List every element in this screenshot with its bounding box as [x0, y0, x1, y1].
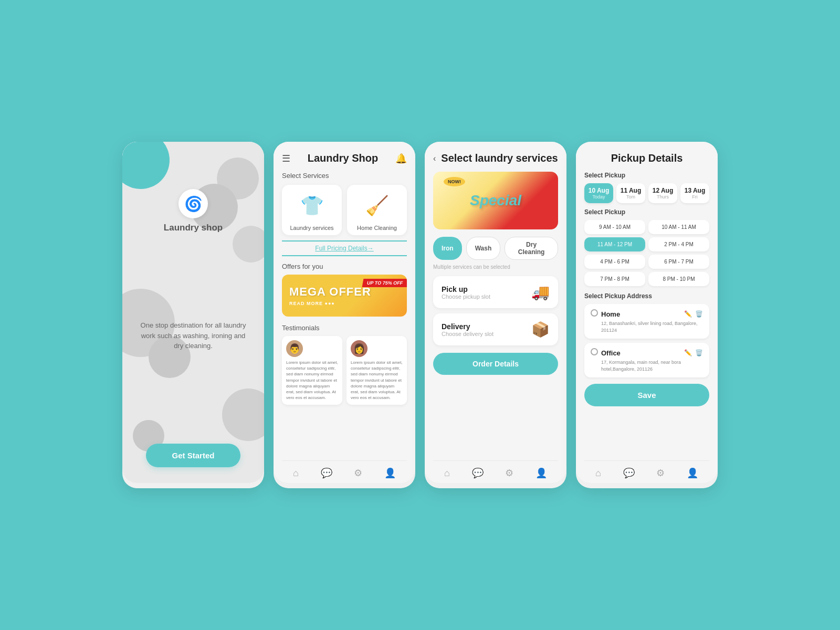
- full-pricing-link[interactable]: Full Pricing Details→: [282, 240, 407, 256]
- testimonial-text-1: Lorem ipsum dolor sit amet, consetetur s…: [286, 360, 338, 401]
- testimonial-card-1: 👨 Lorem ipsum dolor sit amet, consetetur…: [282, 336, 342, 405]
- back-button[interactable]: ‹: [433, 154, 436, 163]
- time-grid: 9 AM - 10 AM 10 AM - 11 AM 11 AM - 12 PM…: [584, 220, 709, 286]
- hamburger-icon[interactable]: ☰: [282, 153, 290, 164]
- settings-nav-icon-3[interactable]: ⚙: [505, 467, 513, 479]
- screen1-body: 🌀 Laundry shop One stop destination for …: [122, 142, 264, 483]
- home-nav-icon-3[interactable]: ⌂: [444, 468, 450, 479]
- pickup-truck-icon: 🚚: [531, 284, 550, 301]
- date-num-1: 10 Aug: [586, 187, 611, 194]
- home-address-option[interactable]: Home ✏️ 🗑️ 12, Banashankri, silver linin…: [584, 304, 709, 339]
- office-delete-icon[interactable]: 🗑️: [695, 349, 703, 356]
- home-address-detail: 12, Banashankri, silver lining road, Ban…: [591, 320, 703, 333]
- home-address-header: Home ✏️ 🗑️: [591, 309, 703, 319]
- screen4-title: Pickup Details: [584, 152, 709, 164]
- time-chip-2[interactable]: 10 AM - 11 AM: [648, 220, 709, 234]
- testimonial-text-2: Lorem ipsum dolor sit amet, consetetur s…: [351, 360, 403, 401]
- special-banner: NOW! Special: [433, 172, 558, 229]
- date-chip-2[interactable]: 11 Aug Tom: [616, 183, 645, 203]
- testimonial-avatar-1: 👨: [286, 340, 303, 357]
- circle-4: [233, 226, 264, 262]
- home-cleaning-icon: 🧹: [359, 190, 395, 222]
- office-radio[interactable]: Office: [591, 348, 621, 358]
- office-address-detail: 17, Kormangala, main road, near bora hot…: [591, 359, 703, 372]
- circle-1: [122, 142, 170, 189]
- laundry-services-card[interactable]: 👕 Laundry services: [282, 185, 342, 235]
- select-pickup-time-label: Select Pickup: [584, 208, 709, 216]
- screen-1-phone: 🌀 Laundry shop One stop destination for …: [122, 142, 264, 488]
- home-nav-icon[interactable]: ⌂: [293, 468, 299, 479]
- home-radio[interactable]: Home: [591, 309, 620, 319]
- logo-icon: 🌀: [178, 189, 208, 218]
- save-button[interactable]: Save: [584, 384, 709, 406]
- bottom-nav-3: ⌂ 💬 ⚙ 👤: [433, 460, 558, 483]
- profile-nav-icon-4[interactable]: 👤: [687, 467, 698, 479]
- dry-cleaning-chip[interactable]: Dry Cleaning: [505, 237, 558, 260]
- special-banner-inner: NOW! Special: [433, 172, 558, 229]
- testimonial-cards: 👨 Lorem ipsum dolor sit amet, consetetur…: [282, 336, 407, 405]
- pickup-info: Pick up Choose pickup slot: [442, 285, 490, 300]
- date-label-1: Today: [586, 194, 611, 200]
- home-cleaning-label: Home Cleaning: [357, 225, 397, 231]
- date-label-2: Tom: [618, 194, 643, 200]
- office-address-actions: ✏️ 🗑️: [684, 349, 703, 356]
- order-details-button[interactable]: Order Details: [433, 353, 558, 375]
- office-address-option[interactable]: Office ✏️ 🗑️ 17, Kormangala, main road, …: [584, 343, 709, 377]
- date-chip-3[interactable]: 12 Aug Thurs: [648, 183, 677, 203]
- date-num-4: 13 Aug: [682, 187, 707, 194]
- profile-nav-icon-3[interactable]: 👤: [536, 467, 547, 479]
- pickup-card[interactable]: Pick up Choose pickup slot 🚚: [433, 276, 558, 308]
- chat-nav-icon-4[interactable]: 💬: [623, 467, 635, 479]
- bell-icon[interactable]: 🔔: [395, 153, 407, 164]
- settings-nav-icon[interactable]: ⚙: [354, 467, 362, 479]
- home-edit-icon[interactable]: ✏️: [684, 310, 692, 318]
- time-chip-5[interactable]: 4 PM - 6 PM: [584, 255, 645, 269]
- testimonial-avatar-2: 👩: [351, 340, 368, 357]
- screen2-body: ☰ Laundry Shop 🔔 Select Services 👕 Laund…: [274, 142, 415, 483]
- screen-3-phone: ‹ Select laundry services NOW! Special I…: [425, 142, 566, 488]
- delivery-card[interactable]: Delivery Choose delivery slot 📦: [433, 313, 558, 345]
- now-badge: NOW!: [444, 177, 465, 186]
- laundry-services-icon: 👕: [293, 190, 330, 222]
- office-address-header: Office ✏️ 🗑️: [591, 348, 703, 358]
- chat-nav-icon[interactable]: 💬: [321, 467, 332, 479]
- app-logo-text: Laundry shop: [164, 223, 223, 233]
- date-label-3: Thurs: [650, 194, 675, 200]
- time-chip-3[interactable]: 11 AM - 12 PM: [584, 237, 645, 251]
- home-delete-icon[interactable]: 🗑️: [695, 310, 703, 318]
- select-address-label: Select Pickup Address: [584, 292, 709, 300]
- date-chip-1[interactable]: 10 Aug Today: [584, 183, 613, 203]
- screen3-header: ‹ Select laundry services: [433, 152, 558, 164]
- delivery-box-icon: 📦: [531, 321, 550, 338]
- time-chip-8[interactable]: 8 PM - 10 PM: [648, 272, 709, 286]
- special-text: Special: [470, 192, 521, 209]
- time-chip-1[interactable]: 9 AM - 10 AM: [584, 220, 645, 234]
- chat-nav-icon-3[interactable]: 💬: [472, 467, 484, 479]
- date-row: 10 Aug Today 11 Aug Tom 12 Aug Thurs 13 …: [584, 183, 709, 203]
- settings-nav-icon-4[interactable]: ⚙: [656, 467, 665, 479]
- office-edit-icon[interactable]: ✏️: [684, 349, 692, 356]
- screen2-header: ☰ Laundry Shop 🔔: [282, 152, 407, 164]
- circle-7: [222, 388, 264, 441]
- offers-label: Offers for you: [282, 262, 407, 270]
- get-started-button[interactable]: Get Started: [146, 444, 241, 467]
- home-cleaning-card[interactable]: 🧹 Home Cleaning: [347, 185, 407, 235]
- home-nav-icon-4[interactable]: ⌂: [595, 468, 601, 479]
- pickup-subtitle: Choose pickup slot: [442, 293, 490, 300]
- time-chip-6[interactable]: 6 PM - 7 PM: [648, 255, 709, 269]
- time-chip-4[interactable]: 2 PM - 4 PM: [648, 237, 709, 251]
- screen3-title: Select laundry services: [441, 152, 558, 164]
- testimonials-label: Testimonials: [282, 324, 407, 332]
- iron-chip[interactable]: Iron: [433, 237, 462, 260]
- multi-select-hint: Multiple services can be selected: [433, 264, 558, 270]
- app-description: One stop destination for all laundry wor…: [133, 320, 254, 351]
- time-chip-7[interactable]: 7 PM - 8 PM: [584, 272, 645, 286]
- date-chip-4[interactable]: 13 Aug Fri: [680, 183, 709, 203]
- screen-4-phone: Pickup Details Select Pickup 10 Aug Toda…: [576, 142, 718, 488]
- circle-2: [217, 158, 259, 200]
- pickup-title: Pick up: [442, 285, 490, 293]
- wash-chip[interactable]: Wash: [466, 237, 501, 260]
- profile-nav-icon[interactable]: 👤: [384, 467, 396, 479]
- offer-ribbon: UP TO 75% OFF: [362, 279, 407, 287]
- bottom-nav-2: ⌂ 💬 ⚙ 👤: [282, 460, 407, 483]
